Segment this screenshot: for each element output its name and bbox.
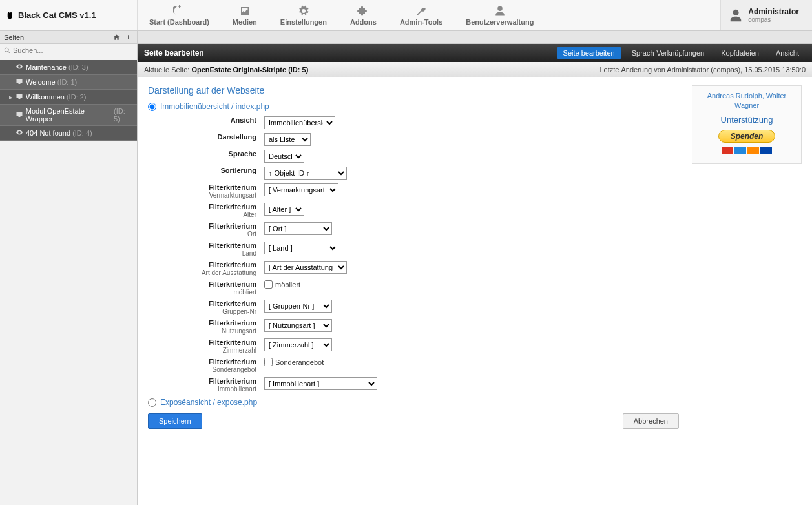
filter-land-select[interactable]: [ Land ] — [264, 242, 338, 254]
top-header: Black Cat CMS v1.1 Start (Dashboard)Medi… — [0, 0, 812, 31]
main-panel: Seite bearbeiten Seite bearbeitenSprach-… — [138, 44, 812, 505]
user-company: compas — [748, 16, 799, 23]
screen-icon — [16, 110, 26, 119]
nav-item-wrench[interactable]: Admin-Tools — [388, 0, 454, 30]
tree-item[interactable]: Modul OpenEstate Wrapper (ID: 5) — [0, 105, 137, 126]
wrench-icon — [415, 5, 427, 17]
sortierung-label: Sortierung — [161, 167, 256, 174]
image-icon — [239, 5, 251, 17]
tree-item[interactable]: ▸Willkommen (ID: 2) — [0, 90, 137, 105]
page-bar-title: Seite bearbeiten — [144, 48, 204, 57]
secondary-bar: Seiten — [0, 31, 812, 44]
radio-expose: Exposéansicht / expose.php — [148, 398, 679, 407]
nav-items: Start (Dashboard)MedienEinstellungenAddo… — [138, 0, 720, 30]
filter-moeb-checkbox[interactable] — [264, 280, 273, 289]
filter-immo-label: Filterkriterium — [161, 377, 256, 385]
nav-item-gears[interactable]: Einstellungen — [269, 0, 338, 30]
nav-item-image[interactable]: Medien — [221, 0, 269, 30]
sortierung-select[interactable]: ↑ Objekt-ID ↑ — [264, 167, 347, 180]
tab-seite-bearbeiten[interactable]: Seite bearbeiten — [557, 47, 621, 59]
filter-ort-label: Filterkriterium — [161, 222, 256, 230]
filter-zimm-select[interactable]: [ Zimmerzahl ] — [264, 338, 332, 351]
filter-ausst-select[interactable]: [ Art der Ausstattung ] — [264, 261, 347, 274]
filter-nutz-label: Filterkriterium — [161, 319, 256, 327]
screen-icon — [16, 92, 26, 101]
page-tabs-bar: Seite bearbeiten Seite bearbeitenSprach-… — [138, 44, 812, 62]
sidebar-header-label: Seiten — [4, 34, 24, 41]
search-box — [0, 44, 137, 57]
brand-text: Black Cat CMS v1.1 — [18, 10, 96, 20]
radio-index: Immobilienübersicht / index.php — [148, 102, 679, 111]
form-grid: AnsichtImmobilienübersicht Darstellungal… — [161, 116, 679, 393]
cat-icon — [6, 11, 16, 20]
authors[interactable]: Andreas Rudolph, Walter Wagner — [699, 91, 795, 111]
filter-grp-select[interactable]: [ Gruppen-Nr ] — [264, 300, 332, 313]
tab-kopfdateien[interactable]: Kopfdateien — [714, 47, 765, 59]
nav-item-user[interactable]: Benutzerverwaltung — [454, 0, 545, 30]
chevron-right-icon[interactable]: ▸ — [9, 93, 16, 101]
filter-alter-select[interactable]: [ Alter ] — [264, 203, 304, 216]
main-layout: Maintenance (ID: 3)Welcome (ID: 1)▸Willk… — [0, 44, 812, 505]
page-tabs: Seite bearbeitenSprach-VerknüpfungenKopf… — [557, 47, 806, 59]
radio-index-input[interactable] — [148, 103, 156, 111]
support-label: Unterstützung — [699, 115, 795, 125]
user-block[interactable]: Administrator compas — [720, 0, 812, 30]
user-icon — [494, 5, 506, 17]
payment-cards — [699, 147, 795, 154]
tree-item[interactable]: Maintenance (ID: 3) — [0, 60, 137, 75]
filter-grp-label: Filterkriterium — [161, 300, 256, 307]
filter-nutz-select[interactable]: [ Nutzungsart ] — [264, 319, 332, 332]
home-icon[interactable] — [111, 32, 121, 43]
breadcrumb-prefix: Aktuelle Seite: — [144, 66, 191, 74]
filter-sonder-label: Filterkriterium — [161, 358, 256, 366]
user-name: Administrator — [748, 7, 799, 16]
darstellung-select[interactable]: als Liste — [264, 133, 311, 146]
ansicht-select[interactable]: Immobilienübersicht — [264, 116, 335, 129]
nav-item-dashboard[interactable]: Start (Dashboard) — [138, 0, 221, 30]
filter-immo-select[interactable]: [ Immobilienart ] — [264, 377, 377, 390]
eye-icon — [16, 63, 26, 72]
tab-ansicht[interactable]: Ansicht — [769, 47, 806, 59]
filter-verm-select[interactable]: [ Vermarktungsart ] — [264, 183, 338, 196]
card-icon — [734, 147, 746, 154]
radio-expose-input[interactable] — [148, 398, 156, 407]
card-icon — [747, 147, 759, 154]
content: Darstellung auf der Webseite Immobilienü… — [138, 77, 812, 505]
tab-sprach-verkn-pfungen[interactable]: Sprach-Verknüpfungen — [625, 47, 711, 59]
darstellung-label: Darstellung — [161, 133, 256, 141]
sprache-select[interactable]: Deutsch — [264, 150, 304, 163]
filter-ausst-label: Filterkriterium — [161, 261, 256, 269]
add-page-icon[interactable] — [123, 32, 133, 43]
filter-alter-label: Filterkriterium — [161, 203, 256, 211]
tree-item[interactable]: Welcome (ID: 1) — [0, 75, 137, 90]
cancel-button[interactable]: Abbrechen — [623, 413, 679, 429]
right-sidebar: Andreas Rudolph, Walter Wagner Unterstüt… — [692, 85, 802, 497]
screen-icon — [16, 77, 26, 87]
page-tree: Maintenance (ID: 3)Welcome (ID: 1)▸Willk… — [0, 57, 137, 143]
button-row: Speichern Abbrechen — [148, 413, 679, 429]
nav-item-puzzle[interactable]: Addons — [338, 0, 388, 30]
save-button[interactable]: Speichern — [148, 413, 202, 429]
search-input[interactable] — [4, 46, 133, 54]
sidebar: Maintenance (ID: 3)Welcome (ID: 1)▸Willk… — [0, 44, 138, 505]
last-modified: Letzte Änderung von Administrator (compa… — [599, 66, 806, 74]
filter-sonder-checkbox[interactable] — [264, 358, 273, 366]
filter-zimm-label: Filterkriterium — [161, 338, 256, 346]
filter-ort-select[interactable]: [ Ort ] — [264, 222, 332, 235]
brand: Black Cat CMS v1.1 — [0, 0, 138, 30]
filter-moeb-label: Filterkriterium — [161, 280, 256, 288]
breadcrumb-bar: Aktuelle Seite: OpenEstate Original-Skri… — [138, 62, 812, 77]
puzzle-icon — [357, 5, 369, 17]
filter-land-label: Filterkriterium — [161, 242, 256, 249]
eye-icon — [16, 129, 26, 138]
breadcrumb-page: OpenEstate Original-Skripte (ID: 5) — [191, 66, 308, 74]
donate-button[interactable]: Spenden — [718, 130, 776, 143]
card-icon — [760, 147, 772, 154]
user-icon — [729, 8, 743, 23]
content-left: Darstellung auf der Webseite Immobilienü… — [148, 85, 679, 497]
tree-item[interactable]: 404 Not found (ID: 4) — [0, 126, 137, 141]
filter-verm-label: Filterkriterium — [161, 183, 256, 191]
breadcrumb: Aktuelle Seite: OpenEstate Original-Skri… — [144, 66, 308, 74]
section-title: Darstellung auf der Webseite — [148, 85, 679, 96]
ansicht-label: Ansicht — [161, 116, 256, 124]
